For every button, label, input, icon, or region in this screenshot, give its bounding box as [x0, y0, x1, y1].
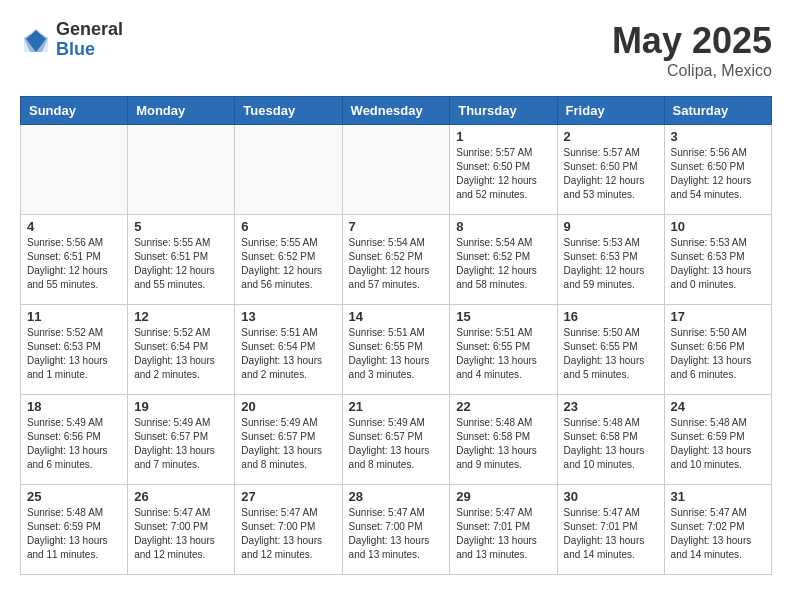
- day-number: 14: [349, 309, 444, 324]
- day-info: Sunrise: 5:52 AM Sunset: 6:53 PM Dayligh…: [27, 326, 121, 382]
- day-number: 11: [27, 309, 121, 324]
- day-info: Sunrise: 5:54 AM Sunset: 6:52 PM Dayligh…: [456, 236, 550, 292]
- day-number: 15: [456, 309, 550, 324]
- calendar-day: 14Sunrise: 5:51 AM Sunset: 6:55 PM Dayli…: [342, 305, 450, 395]
- calendar-day: [21, 125, 128, 215]
- day-number: 4: [27, 219, 121, 234]
- calendar-day: [128, 125, 235, 215]
- day-info: Sunrise: 5:48 AM Sunset: 6:58 PM Dayligh…: [564, 416, 658, 472]
- page-header: General Blue May 2025 Colipa, Mexico: [20, 20, 772, 80]
- day-number: 6: [241, 219, 335, 234]
- calendar-day: 1Sunrise: 5:57 AM Sunset: 6:50 PM Daylig…: [450, 125, 557, 215]
- day-info: Sunrise: 5:47 AM Sunset: 7:01 PM Dayligh…: [564, 506, 658, 562]
- calendar-day: 19Sunrise: 5:49 AM Sunset: 6:57 PM Dayli…: [128, 395, 235, 485]
- calendar-day: 31Sunrise: 5:47 AM Sunset: 7:02 PM Dayli…: [664, 485, 771, 575]
- calendar-day: 17Sunrise: 5:50 AM Sunset: 6:56 PM Dayli…: [664, 305, 771, 395]
- month-title: May 2025: [612, 20, 772, 62]
- calendar-day: 28Sunrise: 5:47 AM Sunset: 7:00 PM Dayli…: [342, 485, 450, 575]
- day-info: Sunrise: 5:48 AM Sunset: 6:58 PM Dayligh…: [456, 416, 550, 472]
- calendar-week-3: 11Sunrise: 5:52 AM Sunset: 6:53 PM Dayli…: [21, 305, 772, 395]
- calendar-day: 27Sunrise: 5:47 AM Sunset: 7:00 PM Dayli…: [235, 485, 342, 575]
- day-number: 8: [456, 219, 550, 234]
- calendar-day: 21Sunrise: 5:49 AM Sunset: 6:57 PM Dayli…: [342, 395, 450, 485]
- day-number: 5: [134, 219, 228, 234]
- day-info: Sunrise: 5:57 AM Sunset: 6:50 PM Dayligh…: [456, 146, 550, 202]
- day-info: Sunrise: 5:48 AM Sunset: 6:59 PM Dayligh…: [671, 416, 765, 472]
- calendar-week-5: 25Sunrise: 5:48 AM Sunset: 6:59 PM Dayli…: [21, 485, 772, 575]
- weekday-header-wednesday: Wednesday: [342, 97, 450, 125]
- calendar-day: 5Sunrise: 5:55 AM Sunset: 6:51 PM Daylig…: [128, 215, 235, 305]
- calendar-day: 13Sunrise: 5:51 AM Sunset: 6:54 PM Dayli…: [235, 305, 342, 395]
- day-number: 26: [134, 489, 228, 504]
- calendar-day: 16Sunrise: 5:50 AM Sunset: 6:55 PM Dayli…: [557, 305, 664, 395]
- day-info: Sunrise: 5:47 AM Sunset: 7:00 PM Dayligh…: [241, 506, 335, 562]
- calendar-day: 4Sunrise: 5:56 AM Sunset: 6:51 PM Daylig…: [21, 215, 128, 305]
- day-info: Sunrise: 5:51 AM Sunset: 6:55 PM Dayligh…: [349, 326, 444, 382]
- day-number: 2: [564, 129, 658, 144]
- day-info: Sunrise: 5:54 AM Sunset: 6:52 PM Dayligh…: [349, 236, 444, 292]
- day-info: Sunrise: 5:55 AM Sunset: 6:51 PM Dayligh…: [134, 236, 228, 292]
- calendar-day: 9Sunrise: 5:53 AM Sunset: 6:53 PM Daylig…: [557, 215, 664, 305]
- day-number: 19: [134, 399, 228, 414]
- calendar-day: 23Sunrise: 5:48 AM Sunset: 6:58 PM Dayli…: [557, 395, 664, 485]
- day-number: 27: [241, 489, 335, 504]
- calendar-day: 12Sunrise: 5:52 AM Sunset: 6:54 PM Dayli…: [128, 305, 235, 395]
- calendar-day: [342, 125, 450, 215]
- day-info: Sunrise: 5:51 AM Sunset: 6:55 PM Dayligh…: [456, 326, 550, 382]
- weekday-header-row: SundayMondayTuesdayWednesdayThursdayFrid…: [21, 97, 772, 125]
- day-info: Sunrise: 5:53 AM Sunset: 6:53 PM Dayligh…: [564, 236, 658, 292]
- weekday-header-saturday: Saturday: [664, 97, 771, 125]
- day-info: Sunrise: 5:56 AM Sunset: 6:50 PM Dayligh…: [671, 146, 765, 202]
- logo-blue-text: Blue: [56, 40, 123, 60]
- day-number: 1: [456, 129, 550, 144]
- calendar-week-2: 4Sunrise: 5:56 AM Sunset: 6:51 PM Daylig…: [21, 215, 772, 305]
- calendar-day: 2Sunrise: 5:57 AM Sunset: 6:50 PM Daylig…: [557, 125, 664, 215]
- day-number: 29: [456, 489, 550, 504]
- day-info: Sunrise: 5:48 AM Sunset: 6:59 PM Dayligh…: [27, 506, 121, 562]
- day-number: 3: [671, 129, 765, 144]
- calendar-day: 30Sunrise: 5:47 AM Sunset: 7:01 PM Dayli…: [557, 485, 664, 575]
- calendar-day: 11Sunrise: 5:52 AM Sunset: 6:53 PM Dayli…: [21, 305, 128, 395]
- day-info: Sunrise: 5:47 AM Sunset: 7:00 PM Dayligh…: [349, 506, 444, 562]
- calendar-week-4: 18Sunrise: 5:49 AM Sunset: 6:56 PM Dayli…: [21, 395, 772, 485]
- day-number: 12: [134, 309, 228, 324]
- day-info: Sunrise: 5:53 AM Sunset: 6:53 PM Dayligh…: [671, 236, 765, 292]
- calendar-day: 8Sunrise: 5:54 AM Sunset: 6:52 PM Daylig…: [450, 215, 557, 305]
- day-info: Sunrise: 5:50 AM Sunset: 6:55 PM Dayligh…: [564, 326, 658, 382]
- calendar-day: 26Sunrise: 5:47 AM Sunset: 7:00 PM Dayli…: [128, 485, 235, 575]
- day-number: 23: [564, 399, 658, 414]
- weekday-header-monday: Monday: [128, 97, 235, 125]
- day-number: 28: [349, 489, 444, 504]
- day-number: 20: [241, 399, 335, 414]
- calendar-day: 6Sunrise: 5:55 AM Sunset: 6:52 PM Daylig…: [235, 215, 342, 305]
- day-info: Sunrise: 5:50 AM Sunset: 6:56 PM Dayligh…: [671, 326, 765, 382]
- day-info: Sunrise: 5:49 AM Sunset: 6:57 PM Dayligh…: [134, 416, 228, 472]
- calendar-day: 29Sunrise: 5:47 AM Sunset: 7:01 PM Dayli…: [450, 485, 557, 575]
- day-info: Sunrise: 5:49 AM Sunset: 6:56 PM Dayligh…: [27, 416, 121, 472]
- day-info: Sunrise: 5:47 AM Sunset: 7:01 PM Dayligh…: [456, 506, 550, 562]
- day-number: 16: [564, 309, 658, 324]
- logo: General Blue: [20, 20, 123, 60]
- title-block: May 2025 Colipa, Mexico: [612, 20, 772, 80]
- logo-general-text: General: [56, 20, 123, 40]
- calendar-table: SundayMondayTuesdayWednesdayThursdayFrid…: [20, 96, 772, 575]
- day-number: 9: [564, 219, 658, 234]
- day-number: 17: [671, 309, 765, 324]
- weekday-header-tuesday: Tuesday: [235, 97, 342, 125]
- location-text: Colipa, Mexico: [612, 62, 772, 80]
- day-number: 25: [27, 489, 121, 504]
- day-number: 7: [349, 219, 444, 234]
- weekday-header-sunday: Sunday: [21, 97, 128, 125]
- day-number: 22: [456, 399, 550, 414]
- day-number: 24: [671, 399, 765, 414]
- weekday-header-thursday: Thursday: [450, 97, 557, 125]
- day-info: Sunrise: 5:47 AM Sunset: 7:00 PM Dayligh…: [134, 506, 228, 562]
- calendar-day: 20Sunrise: 5:49 AM Sunset: 6:57 PM Dayli…: [235, 395, 342, 485]
- day-info: Sunrise: 5:52 AM Sunset: 6:54 PM Dayligh…: [134, 326, 228, 382]
- day-number: 21: [349, 399, 444, 414]
- calendar-day: 18Sunrise: 5:49 AM Sunset: 6:56 PM Dayli…: [21, 395, 128, 485]
- calendar-day: 10Sunrise: 5:53 AM Sunset: 6:53 PM Dayli…: [664, 215, 771, 305]
- day-number: 10: [671, 219, 765, 234]
- calendar-day: 25Sunrise: 5:48 AM Sunset: 6:59 PM Dayli…: [21, 485, 128, 575]
- day-number: 18: [27, 399, 121, 414]
